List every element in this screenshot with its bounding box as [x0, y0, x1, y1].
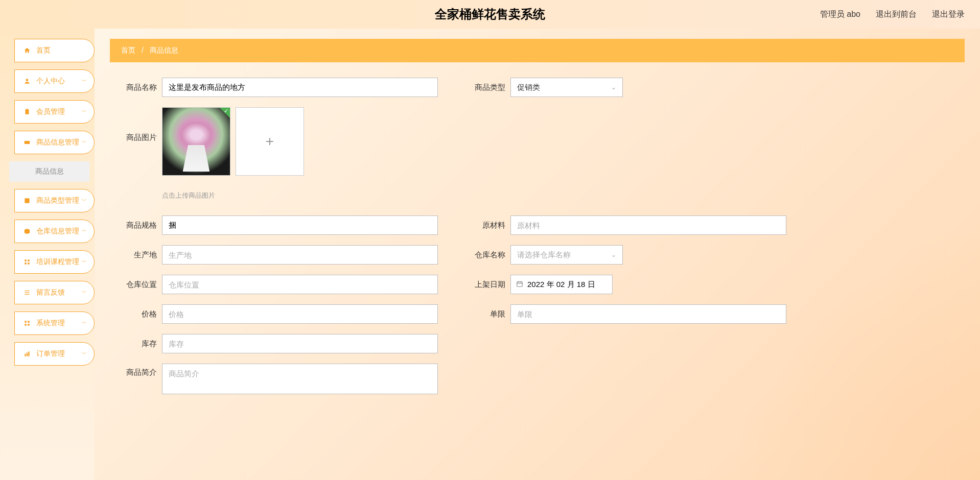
list-date-label: 上架日期 — [469, 280, 505, 290]
chevron-down-icon: ﹀ — [82, 320, 87, 327]
price-label: 价格 — [120, 309, 157, 319]
breadcrumb-sep: / — [142, 46, 144, 54]
product-name-label: 商品名称 — [120, 83, 157, 92]
product-name-input[interactable] — [162, 78, 438, 97]
svg-rect-2 — [26, 109, 28, 110]
svg-rect-13 — [28, 321, 30, 323]
breadcrumb-home[interactable]: 首页 — [121, 46, 135, 54]
sidebar: 首页 个人中心 ﹀ 会员管理 ﹀ 商品信息管理 ﹀ 商品信息 — [0, 29, 95, 480]
nav-feedback[interactable]: 留言反馈 ﹀ — [14, 281, 95, 304]
nav-order-mgmt[interactable]: 订单管理 ﹀ — [14, 342, 95, 366]
nav-warehouse-mgmt-label: 仓库信息管理 — [36, 227, 79, 236]
svg-rect-9 — [25, 291, 29, 291]
svg-rect-4 — [25, 198, 29, 203]
warehouse-name-label: 仓库名称 — [469, 250, 505, 260]
nav-order-mgmt-label: 订单管理 — [36, 349, 65, 358]
single-limit-input[interactable] — [510, 304, 786, 324]
warehouse-name-select[interactable]: 请选择仓库名称 ⌄ — [510, 245, 623, 265]
warehouse-loc-label: 仓库位置 — [120, 280, 157, 290]
nav-sub-product-info-label: 商品信息 — [35, 167, 64, 176]
nav-product-info-mgmt[interactable]: 商品信息管理 ﹀ — [14, 131, 95, 154]
chevron-down-icon: ⌄ — [611, 84, 616, 91]
material-input[interactable] — [510, 215, 786, 235]
nav-product-type-mgmt[interactable]: 商品类型管理 ﹀ — [14, 189, 95, 212]
grid-icon — [23, 320, 31, 327]
svg-rect-19 — [517, 281, 523, 286]
chevron-down-icon: ﹀ — [82, 108, 87, 115]
chevron-down-icon: ﹀ — [82, 139, 87, 146]
chevron-down-icon: ﹀ — [82, 258, 87, 266]
svg-rect-10 — [25, 292, 29, 293]
chevron-down-icon: ﹀ — [82, 350, 87, 357]
origin-label: 生产地 — [120, 250, 157, 260]
clipboard-icon — [23, 108, 31, 115]
breadcrumb-current: 商品信息 — [150, 46, 178, 54]
chevron-down-icon: ﹀ — [82, 228, 87, 235]
nav-home[interactable]: 首页 — [14, 39, 95, 62]
breadcrumb: 首页 / 商品信息 — [110, 39, 965, 62]
nav-product-type-mgmt-label: 商品类型管理 — [36, 196, 79, 205]
svg-rect-5 — [25, 259, 27, 261]
svg-rect-1 — [26, 109, 29, 114]
svg-rect-16 — [25, 354, 26, 356]
nav-training-mgmt[interactable]: 培训课程管理 ﹀ — [14, 250, 95, 274]
chart-icon — [23, 350, 31, 357]
nav-product-info-mgmt-label: 商品信息管理 — [36, 138, 79, 147]
calendar-icon — [516, 280, 523, 289]
product-image-label: 商品图片 — [120, 107, 157, 142]
price-input[interactable] — [162, 304, 438, 324]
nav-member-mgmt[interactable]: 会员管理 ﹀ — [14, 100, 95, 124]
spec-input[interactable] — [162, 215, 438, 235]
admin-label[interactable]: 管理员 abo — [820, 9, 860, 20]
exit-to-front-link[interactable]: 退出到前台 — [876, 9, 917, 20]
grid-icon — [23, 258, 31, 266]
product-form: 商品名称 商品类型 促销类 ⌄ 商品图片 ✓ — [110, 78, 965, 394]
chevron-down-icon: ⌄ — [611, 251, 616, 258]
svg-rect-8 — [28, 262, 30, 265]
single-limit-label: 单限 — [469, 309, 505, 319]
ticket-icon — [23, 139, 31, 146]
nav-feedback-label: 留言反馈 — [36, 288, 65, 297]
app-title: 全家桶鲜花售卖系统 — [435, 6, 545, 22]
list-date-value: 2022 年 02 月 18 日 — [527, 280, 595, 290]
nav-personal[interactable]: 个人中心 ﹀ — [14, 69, 95, 93]
box-icon — [23, 228, 31, 235]
warehouse-loc-input[interactable] — [162, 275, 438, 294]
upload-hint: 点击上传商品图片 — [162, 191, 965, 200]
logout-link[interactable]: 退出登录 — [932, 9, 965, 20]
product-image-thumb[interactable]: ✓ — [162, 107, 230, 176]
chevron-down-icon: ﹀ — [82, 197, 87, 204]
summary-label: 商品简介 — [120, 364, 157, 377]
product-type-label: 商品类型 — [469, 83, 505, 92]
image-upload-button[interactable]: + — [236, 107, 304, 176]
summary-textarea[interactable] — [162, 364, 438, 394]
stock-input[interactable] — [162, 334, 438, 353]
nav-sub-product-info[interactable]: 商品信息 — [9, 161, 89, 182]
svg-rect-14 — [25, 324, 27, 326]
nav-system-mgmt-label: 系统管理 — [36, 319, 65, 328]
spec-label: 商品规格 — [120, 221, 157, 230]
svg-point-0 — [26, 79, 29, 81]
stock-label: 库存 — [120, 339, 157, 349]
app-header: 全家桶鲜花售卖系统 管理员 abo 退出到前台 退出登录 — [0, 0, 980, 29]
nav-warehouse-mgmt[interactable]: 仓库信息管理 ﹀ — [14, 220, 95, 243]
nav-training-mgmt-label: 培训课程管理 — [36, 257, 79, 267]
svg-rect-15 — [28, 324, 30, 326]
nav-system-mgmt[interactable]: 系统管理 ﹀ — [14, 311, 95, 335]
user-icon — [23, 78, 31, 85]
main-content: 首页 / 商品信息 商品名称 商品类型 促销类 ⌄ 商品图片 — [95, 29, 980, 480]
home-icon — [23, 47, 31, 54]
svg-rect-3 — [25, 141, 30, 144]
svg-rect-11 — [25, 294, 29, 295]
svg-rect-6 — [28, 259, 30, 261]
nav-home-label: 首页 — [36, 46, 51, 55]
nav-personal-label: 个人中心 — [36, 77, 65, 86]
product-type-select[interactable]: 促销类 ⌄ — [510, 78, 623, 97]
nav-member-label: 会员管理 — [36, 107, 65, 116]
product-type-value: 促销类 — [517, 83, 540, 92]
origin-input[interactable] — [162, 245, 438, 265]
material-label: 原材料 — [469, 221, 505, 230]
plus-icon: + — [266, 133, 274, 150]
list-icon — [23, 289, 31, 296]
list-date-picker[interactable]: 2022 年 02 月 18 日 — [510, 275, 613, 294]
